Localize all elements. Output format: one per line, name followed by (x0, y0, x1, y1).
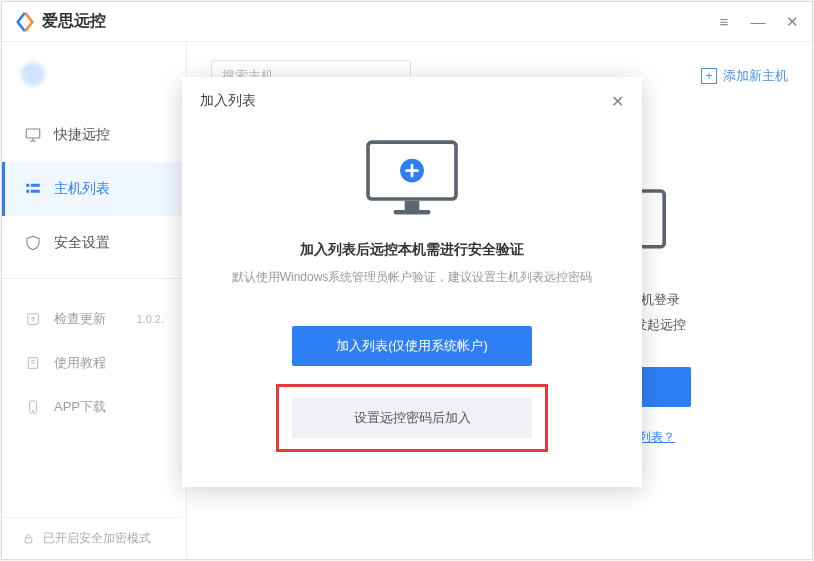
nav-app-download[interactable]: APP下载 (2, 385, 186, 429)
app-title: 爱思远控 (42, 11, 106, 32)
logo-icon (14, 11, 36, 33)
nav-host-list[interactable]: 主机列表 (2, 162, 186, 216)
sidebar-status: 已开启安全加密模式 (2, 517, 186, 559)
svg-rect-18 (394, 210, 431, 215)
book-icon (24, 354, 42, 372)
minimize-icon[interactable]: — (750, 13, 766, 31)
modal-close-icon[interactable]: ✕ (611, 92, 624, 111)
titlebar: 爱思远控 ≡ — ✕ (2, 2, 812, 42)
modal-heading: 加入列表后远控本机需进行安全验证 (300, 241, 524, 259)
menu-icon[interactable]: ≡ (716, 13, 732, 31)
user-info[interactable] (2, 50, 186, 98)
modal-subtitle: 默认使用Windows系统管理员帐户验证，建议设置主机列表远控密码 (232, 269, 593, 286)
window-controls: ≡ — ✕ (716, 13, 800, 31)
nav-secondary: 检查更新 1.0.2. 使用教程 APP下载 (2, 297, 186, 429)
modal-title-text: 加入列表 (200, 92, 256, 110)
nav-quick-control[interactable]: 快捷远控 (2, 108, 186, 162)
upload-icon (24, 310, 42, 328)
nav-label: 检查更新 (54, 310, 106, 328)
set-password-join-button[interactable]: 设置远控密码后加入 (292, 398, 532, 438)
status-text: 已开启安全加密模式 (43, 530, 151, 547)
nav-label: APP下载 (54, 398, 106, 416)
close-icon[interactable]: ✕ (784, 13, 800, 31)
nav-label: 使用教程 (54, 354, 106, 372)
monitor-icon (24, 126, 42, 144)
nav-security[interactable]: 安全设置 (2, 216, 186, 270)
monitor-icon (357, 133, 467, 225)
version-text: 1.0.2. (136, 313, 164, 325)
join-system-account-button[interactable]: 加入列表(仅使用系统帐户) (292, 326, 532, 366)
svg-point-0 (21, 62, 45, 86)
svg-rect-3 (31, 184, 40, 187)
svg-rect-2 (26, 184, 29, 187)
shield-icon (24, 234, 42, 252)
nav-tutorial[interactable]: 使用教程 (2, 341, 186, 385)
add-host-button[interactable]: + 添加新主机 (701, 67, 788, 85)
divider (2, 278, 186, 279)
nav-main: 快捷远控 主机列表 安全设置 (2, 108, 186, 270)
svg-rect-1 (26, 129, 40, 138)
plus-icon: + (701, 68, 717, 84)
app-logo: 爱思远控 (14, 11, 106, 33)
nav-check-update[interactable]: 检查更新 1.0.2. (2, 297, 186, 341)
add-host-label: 添加新主机 (723, 67, 788, 85)
highlight-frame: 设置远控密码后加入 (276, 384, 548, 452)
svg-rect-10 (25, 538, 32, 543)
nav-label: 安全设置 (54, 234, 110, 252)
nav-label: 快捷远控 (54, 126, 110, 144)
nav-label: 主机列表 (54, 180, 110, 198)
avatar-icon (20, 61, 46, 87)
list-icon (24, 180, 42, 198)
sidebar: 快捷远控 主机列表 安全设置 (2, 42, 187, 559)
join-list-modal: 加入列表 ✕ 加入列表后远控本机需进行安全验证 默认使用Windows系统管理员… (182, 77, 642, 487)
modal-header: 加入列表 ✕ (182, 77, 642, 125)
svg-rect-5 (31, 190, 40, 193)
phone-icon (24, 398, 42, 416)
svg-point-9 (32, 410, 33, 411)
svg-rect-4 (26, 190, 29, 193)
svg-rect-17 (405, 201, 420, 210)
modal-body: 加入列表后远控本机需进行安全验证 默认使用Windows系统管理员帐户验证，建议… (182, 125, 642, 487)
lock-icon (22, 532, 35, 545)
